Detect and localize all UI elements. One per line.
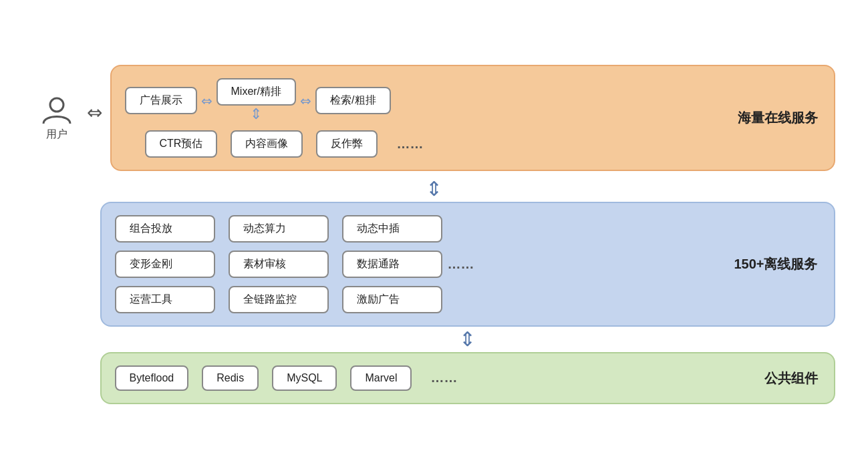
offline-item-1-0: 变形金刚 (115, 251, 215, 278)
online-top-row: 广告展示 ⇔ Mixer/精排 ⇕ ⇔ 检索/粗排 海量在线服务 (125, 78, 821, 123)
common-item-2: MySQL (272, 365, 337, 391)
offline-item-0-1: 动态算力 (229, 215, 329, 243)
offline-item-1-2: 数据通路 (342, 251, 442, 278)
offline-layer: 组合投放 动态算力 动态中插 变形金刚 素材审核 数据通路 运营工具 全链路监控… (100, 202, 835, 327)
box-ad-display: 广告展示 (125, 87, 197, 114)
box-content-portrait: 内容画像 (231, 130, 303, 158)
online-dots: …… (396, 136, 423, 152)
svg-point-0 (50, 98, 63, 112)
mixer-column: Mixer/精排 ⇕ (216, 78, 297, 123)
box-mixer: Mixer/精排 (216, 78, 297, 106)
offline-item-0-2: 动态中插 (342, 215, 442, 243)
user-arrow: ⇔ (87, 102, 102, 124)
main-container: 用户 ⇔ 广告展示 ⇔ Mixer/精排 ⇕ ⇔ 检索/粗排 (33, 65, 835, 404)
user-label: 用户 (46, 128, 67, 142)
online-bottom-items: CTR预估 内容画像 反作弊 …… (145, 130, 424, 158)
offline-item-2-0: 运营工具 (115, 286, 215, 313)
common-item-3: Marvel (350, 365, 412, 391)
offline-dots: …… (448, 257, 474, 272)
arrow-online-offline: ⇕ (426, 179, 442, 199)
common-item-0: Byteflood (115, 365, 189, 391)
user-section: 用户 (33, 94, 80, 142)
offline-item-1-1: 素材审核 (229, 251, 329, 278)
offline-grid: 组合投放 动态算力 动态中插 变形金刚 素材审核 数据通路 运营工具 全链路监控… (115, 215, 714, 313)
arrow-ad-mixer: ⇔ (201, 93, 212, 109)
box-ctr: CTR预估 (145, 130, 218, 158)
common-layer-label: 公共组件 (764, 369, 818, 387)
box-anti-cheat: 反作弊 (316, 130, 378, 158)
user-icon (41, 94, 73, 126)
common-dots: …… (430, 370, 457, 385)
offline-layer-label: 150+离线服务 (734, 255, 817, 273)
online-layer-label: 海量在线服务 (738, 109, 818, 127)
arrow-offline-common: ⇕ (459, 329, 476, 349)
common-layer: Byteflood Redis MySQL Marvel …… 公共组件 (100, 352, 835, 404)
offline-item-2-1: 全链路监控 (229, 286, 329, 313)
mixer-vertical-arrow: ⇕ (250, 106, 262, 123)
online-layer: 广告展示 ⇔ Mixer/精排 ⇕ ⇔ 检索/粗排 海量在线服务 (110, 65, 835, 170)
online-bottom-row: CTR预估 内容画像 反作弊 …… (125, 130, 821, 158)
offline-item-0-0: 组合投放 (115, 215, 215, 243)
box-search: 检索/粗排 (315, 87, 390, 114)
common-row: Byteflood Redis MySQL Marvel …… (115, 365, 714, 391)
common-item-1: Redis (202, 365, 259, 391)
arrow-mixer-search: ⇔ (300, 93, 311, 109)
offline-item-2-2: 激励广告 (342, 286, 442, 313)
